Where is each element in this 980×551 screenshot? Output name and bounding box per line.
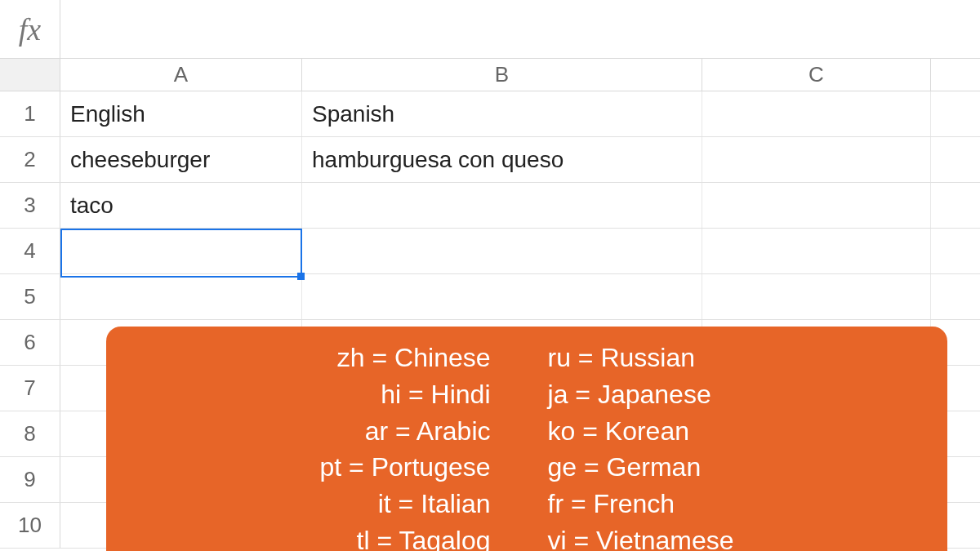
cell-a4[interactable] <box>60 229 302 273</box>
language-codes-overlay: zh = Chinese hi = Hindi ar = Arabic pt =… <box>106 327 947 551</box>
table-row: 2 cheeseburger hamburguesa con queso <box>0 137 980 183</box>
overlay-right-column: ru = Russian ja = Japanese ko = Korean g… <box>548 340 734 535</box>
row-header-3[interactable]: 3 <box>0 183 60 228</box>
row-header-4[interactable]: 4 <box>0 229 60 273</box>
cell-c2[interactable] <box>702 137 931 182</box>
cell-a1[interactable]: English <box>60 91 302 136</box>
select-all-corner[interactable] <box>0 59 60 91</box>
table-row: 3 taco <box>0 183 980 229</box>
row-header-5[interactable]: 5 <box>0 274 60 319</box>
cell-d4[interactable] <box>931 229 980 273</box>
cell-c3[interactable] <box>702 183 931 228</box>
table-row: 5 <box>0 274 980 320</box>
column-header-a[interactable]: A <box>60 59 302 91</box>
cell-d1[interactable] <box>931 91 980 136</box>
cell-d3[interactable] <box>931 183 980 228</box>
lang-code: fr = French <box>548 486 675 522</box>
lang-code: ge = German <box>548 449 702 486</box>
cell-b2[interactable]: hamburguesa con queso <box>302 137 702 182</box>
lang-code: it = Italian <box>378 486 491 522</box>
formula-input[interactable] <box>60 0 980 58</box>
cell-c5[interactable] <box>702 274 931 319</box>
row-header-2[interactable]: 2 <box>0 137 60 182</box>
column-header-b[interactable]: B <box>302 59 702 91</box>
cell-c1[interactable] <box>702 91 931 136</box>
column-headers: A B C D <box>0 59 980 91</box>
lang-code: hi = Hindi <box>381 376 490 413</box>
cell-d5[interactable] <box>931 274 980 319</box>
cell-b5[interactable] <box>302 274 702 319</box>
cell-a3[interactable]: taco <box>60 183 302 228</box>
cell-b4[interactable] <box>302 229 702 273</box>
formula-bar: fx <box>0 0 980 59</box>
fx-icon: fx <box>0 0 60 58</box>
lang-code: tl = Tagalog <box>357 522 491 551</box>
row-header-9[interactable]: 9 <box>0 457 60 502</box>
lang-code: pt = Portugese <box>319 449 490 486</box>
row-header-1[interactable]: 1 <box>0 91 60 136</box>
cell-a5[interactable] <box>60 274 302 319</box>
row-header-7[interactable]: 7 <box>0 366 60 411</box>
cell-a2[interactable]: cheeseburger <box>60 137 302 182</box>
column-header-d[interactable]: D <box>931 59 980 91</box>
column-header-c[interactable]: C <box>702 59 931 91</box>
lang-code: zh = Chinese <box>337 340 491 376</box>
row-header-8[interactable]: 8 <box>0 411 60 456</box>
cell-c4[interactable] <box>702 229 931 273</box>
lang-code: ar = Arabic <box>365 413 491 450</box>
cell-d2[interactable] <box>931 137 980 182</box>
lang-code: ja = Japanese <box>548 376 711 413</box>
cell-b3[interactable] <box>302 183 702 228</box>
lang-code: vi = Vietnamese <box>548 522 734 551</box>
row-header-6[interactable]: 6 <box>0 320 60 365</box>
cell-b1[interactable]: Spanish <box>302 91 702 136</box>
overlay-left-column: zh = Chinese hi = Hindi ar = Arabic pt =… <box>319 340 490 535</box>
row-header-10[interactable]: 10 <box>0 503 60 548</box>
table-row: 1 English Spanish <box>0 91 980 137</box>
lang-code: ko = Korean <box>548 413 689 450</box>
lang-code: ru = Russian <box>548 340 696 376</box>
table-row: 4 <box>0 229 980 274</box>
